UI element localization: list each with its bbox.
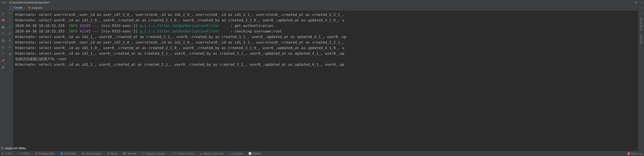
eventlog-count-badge: 2 <box>627 152 630 155</box>
gifox-label: Made with Gifox <box>5 147 26 150</box>
status-todo-label: 6: TODO <box>20 152 30 155</box>
status-spring-label: Spring <box>110 152 117 155</box>
log-line: Hibernate: select user0_.id as id1_1_, u… <box>15 62 636 67</box>
console-output[interactable]: Hibernate: select userroles0_.user_id as… <box>14 11 638 151</box>
run-action-gutter: ↻ ▣ ⇱ ▥ ☰ ⤒ 📌 🗑 <box>0 11 6 151</box>
status-eventlog[interactable]: 2 Event Log <box>627 152 642 155</box>
log-line: Hibernate: select user0_.id as id1_1_0_,… <box>15 45 636 51</box>
status-version-label: 9: Version Control <box>175 152 194 155</box>
console-tab-label: Console <box>14 6 22 9</box>
endpoints-icon <box>28 7 30 9</box>
soft-wrap-icon[interactable]: ↕ <box>9 19 10 22</box>
console-icon <box>10 6 12 9</box>
download-icon[interactable]: ⇓ <box>9 46 11 49</box>
status-findbugs-label: FindBugs-IDEA <box>38 152 55 155</box>
rerun-icon[interactable]: ↻ <box>2 12 5 15</box>
log-line: 当前访问该接口的用户为：root <box>15 56 636 62</box>
run-subtabs: Console Endpoints <box>0 5 644 11</box>
status-luacheck-label: LuaCheck <box>232 152 243 155</box>
console-tab[interactable]: Console <box>8 5 24 10</box>
log-line: Hibernate: select userroles0_.user_id as… <box>15 40 636 45</box>
status-statistic[interactable]: 📊Statistic <box>248 152 261 155</box>
status-version[interactable]: ⎇9: Version Control <box>171 152 194 155</box>
status-checkstyle[interactable]: CheckStyle <box>60 152 76 155</box>
status-run-label: 4: Run <box>5 152 12 155</box>
thread-dump-icon[interactable]: ▣ <box>2 25 5 28</box>
endpoints-tab[interactable]: Endpoints <box>26 5 44 10</box>
scroll-top-icon[interactable]: ⤒ <box>2 52 5 55</box>
pin-icon[interactable]: 📌 <box>2 59 5 62</box>
run-label: Run: <box>2 1 6 4</box>
run-config-name: SpringSecurityJwtGuideApplication <box>12 1 49 4</box>
exit-icon[interactable]: ⇱ <box>2 32 5 35</box>
hide-icon[interactable]: — <box>640 11 642 14</box>
status-todo[interactable]: ≡6: TODO <box>18 152 30 155</box>
status-dbchanges[interactable]: ⟳Database Changes <box>142 152 166 155</box>
status-bar: ▶4: Run ≡6: TODO ⬢FindBugs-IDEA CheckSty… <box>0 151 644 156</box>
leetcode-tool[interactable]: leetcode <box>640 35 642 45</box>
status-eventlog-label: Event Log <box>631 152 642 155</box>
delete-icon[interactable]: 🗑 <box>2 66 5 69</box>
run-toolbar: Run: SpringSecurityJwtGuideApplication ×… <box>0 0 644 5</box>
gifox-icon: ⬡ <box>1 146 4 150</box>
status-dbchanges-label: Database Changes <box>145 152 166 155</box>
scroll-end-icon[interactable]: ⤓ <box>9 25 11 28</box>
log-line: 2020-04-30 18:10:52.329 INFO 42245 --- [… <box>15 23 636 28</box>
status-alibaba-label: Alibaba Cloud View <box>203 152 224 155</box>
stop-icon[interactable] <box>2 19 5 22</box>
status-javaee-label: Java Enterprise <box>85 152 102 155</box>
close-tab-icon[interactable]: × <box>51 1 52 3</box>
gifox-watermark: ⬡ Made with Gifox <box>1 146 26 150</box>
status-javaee[interactable]: 🏛Java Enterprise <box>82 152 102 155</box>
checkstyle-icon <box>60 152 63 155</box>
filter-icon[interactable]: ⎘ <box>9 39 11 42</box>
run-config-tab[interactable]: SpringSecurityJwtGuideApplication × <box>8 0 54 5</box>
status-terminal-label: Terminal <box>127 152 136 155</box>
status-findbugs[interactable]: ⬢FindBugs-IDEA <box>35 152 55 155</box>
log-line: Hibernate: select userroles0_.user_id as… <box>15 12 636 17</box>
minimize-icon[interactable]: — <box>640 1 642 4</box>
layout-icon[interactable]: ▥ <box>2 39 5 42</box>
status-statistic-label: Statistic <box>253 152 261 155</box>
endpoints-tab-label: Endpoints <box>32 6 42 9</box>
settings-gear-icon[interactable]: ✻ <box>635 1 637 4</box>
log-line: 2020-04-30 18:10:52.353 INFO 42245 --- [… <box>15 28 636 34</box>
console-action-gutter: ✎ ↕ ⤓ ↥ ⎘ ⇓ 🖨 <box>6 11 14 151</box>
status-alibaba[interactable]: ☁Alibaba Cloud View <box>200 152 224 155</box>
status-checkstyle-label: CheckStyle <box>64 152 76 155</box>
print-icon[interactable]: 🖨 <box>8 52 11 55</box>
stack-icon[interactable]: ☰ <box>2 46 5 49</box>
log-line: Hibernate: select user0_.id as id1_1_, u… <box>15 51 636 56</box>
right-tool-strip: — Word Book leetcode <box>638 11 644 151</box>
up-icon[interactable]: ↥ <box>9 32 11 35</box>
log-line: Hibernate: select user0_.id as id1_1_0_,… <box>15 17 636 23</box>
wordbook-tool[interactable]: Word Book <box>640 18 642 31</box>
edit-icon[interactable]: ✎ <box>9 12 11 15</box>
status-spring[interactable]: ⬮Spring <box>108 152 117 155</box>
status-terminal[interactable]: ⌨Terminal <box>123 152 136 155</box>
status-run[interactable]: ▶4: Run <box>2 152 12 155</box>
status-luacheck[interactable]: ◆LuaCheck <box>229 152 243 155</box>
log-line: Hibernate: select user0_.id as id1_1_, u… <box>15 34 636 40</box>
spring-boot-icon <box>9 1 11 3</box>
